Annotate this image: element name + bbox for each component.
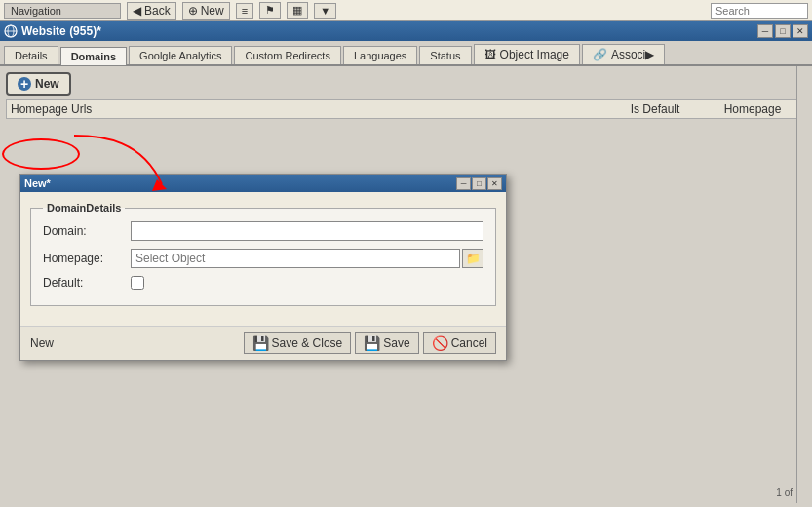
dialog-minimize-button[interactable]: ─	[456, 177, 471, 190]
dialog-close-button[interactable]: ✕	[487, 177, 502, 190]
tab-associ-label: Associ▶	[611, 48, 654, 61]
scrollbar[interactable]	[796, 66, 812, 503]
list-icon-button[interactable]: ≡	[236, 3, 253, 19]
window-title-text: Website (955)*	[21, 24, 101, 38]
table-header: Homepage Urls Is Default Homepage	[6, 99, 806, 119]
tab-bar: Details Domains Goolgle Analytics Custom…	[0, 41, 812, 66]
flag-icon-button[interactable]: ⚑	[259, 2, 281, 19]
dialog-body: DomainDetails Domain: Homepage: 📁	[20, 192, 506, 326]
domain-dialog: New* ─ □ ✕ DomainDetails Domain: Homepag…	[19, 174, 507, 361]
back-button[interactable]: ◀ Back	[127, 2, 176, 20]
domain-label: Domain:	[43, 224, 131, 238]
tab-domains[interactable]: Domains	[60, 47, 127, 65]
window-controls: ─ □ ✕	[757, 24, 808, 38]
fieldset-legend: DomainDetails	[43, 202, 125, 214]
window-titlebar: Website (955)* ─ □ ✕	[0, 21, 812, 41]
save-close-button[interactable]: 💾 Save & Close	[244, 332, 352, 354]
toolbar-new-icon: ⊕	[188, 4, 198, 18]
content-area: + New Homepage Urls Is Default Homepage …	[0, 66, 812, 503]
tab-associ[interactable]: 🔗 Associ▶	[582, 44, 665, 64]
toolbar-new-label: New	[201, 4, 224, 18]
toolbar-new-button[interactable]: ⊕ New	[182, 2, 230, 20]
nav-label: Navigation	[4, 3, 121, 19]
tab-languages[interactable]: Languages	[343, 46, 417, 64]
default-label: Default:	[43, 276, 131, 290]
back-icon: ◀	[133, 4, 141, 18]
col-homepage-urls: Homepage Urls	[11, 102, 606, 116]
homepage-field: 📁	[131, 249, 483, 268]
tab-details[interactable]: Details	[4, 46, 58, 64]
domain-input[interactable]	[131, 221, 483, 241]
tab-google-analytics[interactable]: Goolgle Analytics	[129, 46, 232, 64]
domain-row: Domain:	[43, 221, 483, 241]
folder-icon: 📁	[466, 252, 481, 265]
save-icon: 💾	[364, 335, 380, 351]
dialog-title: New*	[24, 177, 51, 189]
window-title-area: Website (955)*	[4, 24, 101, 38]
minimize-button[interactable]: ─	[757, 24, 773, 38]
save-label: Save	[383, 336, 409, 350]
tab-status[interactable]: Status	[419, 46, 471, 64]
col-homepage: Homepage	[704, 102, 801, 116]
save-button[interactable]: 💾 Save	[355, 332, 418, 354]
back-label: Back	[144, 4, 171, 18]
link-icon: 🔗	[593, 48, 607, 61]
default-checkbox[interactable]	[131, 276, 144, 290]
save-close-label: Save & Close	[272, 336, 343, 350]
globe-icon	[4, 24, 18, 38]
view-icon-button[interactable]: ▦	[287, 2, 308, 19]
domain-details-fieldset: DomainDetails Domain: Homepage: 📁	[30, 202, 496, 306]
homepage-input[interactable]	[131, 249, 460, 268]
new-btn-area: + New	[6, 72, 806, 96]
close-button[interactable]: ✕	[793, 24, 808, 38]
annotation-circle	[2, 138, 80, 170]
homepage-row: Homepage: 📁	[43, 249, 483, 268]
homepage-label: Homepage:	[43, 252, 131, 265]
save-close-icon: 💾	[252, 335, 269, 351]
cancel-label: Cancel	[451, 336, 487, 350]
maximize-button[interactable]: □	[775, 24, 791, 38]
plus-icon: +	[18, 77, 31, 91]
page-indicator: 1 of	[776, 488, 793, 498]
dialog-footer: New 💾 Save & Close 💾 Save 🚫 Cancel	[20, 326, 506, 360]
tab-object-image[interactable]: 🖼 Object Image	[474, 44, 580, 64]
search-input[interactable]	[711, 3, 808, 19]
col-is-default: Is Default	[606, 102, 704, 116]
dialog-maximize-button[interactable]: □	[472, 177, 486, 190]
dropdown-icon-button[interactable]: ▼	[314, 3, 336, 19]
dialog-controls: ─ □ ✕	[456, 177, 502, 190]
dialog-titlebar: New* ─ □ ✕	[20, 175, 506, 192]
image-icon: 🖼	[484, 48, 496, 61]
new-button[interactable]: + New	[6, 72, 71, 96]
default-row: Default:	[43, 276, 483, 290]
tab-custom-redirects[interactable]: Custom Redirects	[234, 46, 340, 64]
cancel-button[interactable]: 🚫 Cancel	[423, 332, 496, 354]
new-button-label: New	[35, 77, 59, 91]
top-toolbar: Navigation ◀ Back ⊕ New ≡ ⚑ ▦ ▼	[0, 0, 812, 21]
tab-object-image-label: Object Image	[500, 48, 569, 61]
homepage-browse-button[interactable]: 📁	[462, 249, 483, 268]
footer-new-button[interactable]: New	[30, 336, 54, 350]
cancel-icon: 🚫	[432, 335, 448, 351]
